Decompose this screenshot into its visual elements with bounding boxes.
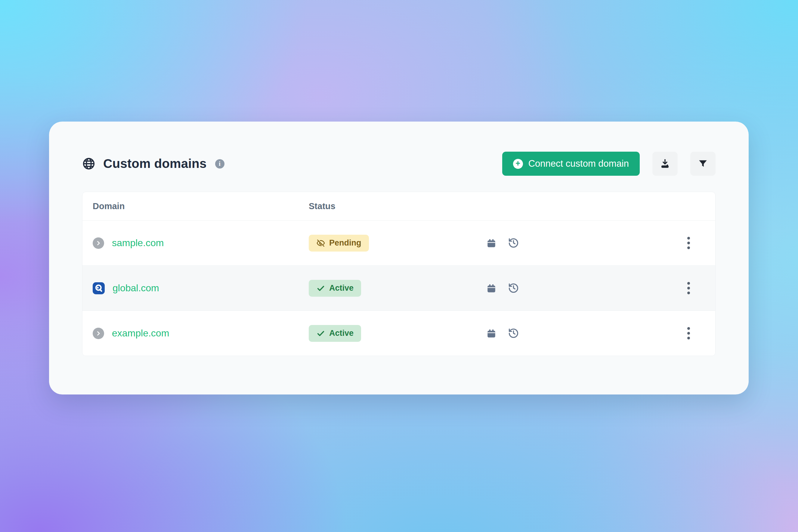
column-header-domain: Domain (93, 201, 309, 211)
download-button[interactable] (652, 152, 678, 176)
chevron-circle-icon (93, 238, 104, 249)
domain-cell: example.com (93, 328, 309, 339)
domain-link[interactable]: global.com (113, 283, 159, 294)
table-header-row: Domain Status (82, 192, 715, 220)
download-icon (660, 158, 670, 169)
status-label: Active (329, 283, 354, 293)
history-button[interactable] (508, 283, 519, 294)
row-actions (486, 328, 672, 339)
calendar-icon (486, 238, 496, 248)
desktop-background: Custom domains i + Connect custom domain (0, 0, 798, 532)
filter-button[interactable] (690, 152, 716, 176)
chevron-circle-icon (93, 328, 104, 339)
eye-off-icon (316, 239, 325, 248)
history-button[interactable] (508, 238, 519, 249)
site-favicon (93, 282, 105, 294)
domain-link[interactable]: example.com (112, 328, 169, 339)
history-icon (508, 283, 519, 294)
kebab-menu-icon[interactable] (683, 279, 694, 297)
custom-domains-card: Custom domains i + Connect custom domain (49, 121, 749, 395)
calendar-icon (486, 328, 496, 339)
status-badge: Pending (309, 235, 369, 251)
filter-icon (698, 158, 708, 169)
title-group: Custom domains i (82, 156, 225, 171)
status-label: Active (329, 328, 354, 338)
column-header-status: Status (309, 201, 486, 211)
calendar-icon (486, 283, 496, 293)
calendar-button[interactable] (486, 283, 496, 293)
connect-custom-domain-button[interactable]: + Connect custom domain (502, 152, 640, 176)
history-icon (508, 328, 519, 339)
domains-table: Domain Status sample.com (82, 192, 716, 356)
history-icon (508, 238, 519, 249)
domain-cell: global.com (93, 282, 309, 294)
history-button[interactable] (508, 328, 519, 339)
info-icon[interactable]: i (215, 159, 225, 169)
header-actions: + Connect custom domain (502, 152, 716, 176)
card-header: Custom domains i + Connect custom domain (82, 152, 716, 176)
page-title: Custom domains (103, 156, 207, 171)
plus-circle-icon: + (513, 159, 523, 169)
table-row: example.com Active (82, 310, 715, 356)
status-badge: Active (309, 280, 361, 297)
globe-icon (82, 157, 95, 170)
row-actions (486, 238, 672, 249)
calendar-button[interactable] (486, 328, 496, 339)
kebab-menu-icon[interactable] (683, 234, 694, 252)
domain-cell: sample.com (93, 238, 309, 249)
status-label: Pending (329, 238, 361, 248)
kebab-menu-icon[interactable] (683, 324, 694, 342)
domain-link[interactable]: sample.com (112, 238, 164, 249)
table-row: global.com Active (82, 265, 715, 310)
table-row: sample.com Pending (82, 220, 715, 265)
check-icon (316, 284, 325, 293)
row-actions (486, 283, 672, 294)
calendar-button[interactable] (486, 238, 496, 248)
check-icon (316, 329, 325, 338)
status-badge: Active (309, 325, 361, 342)
connect-button-label: Connect custom domain (528, 158, 629, 169)
